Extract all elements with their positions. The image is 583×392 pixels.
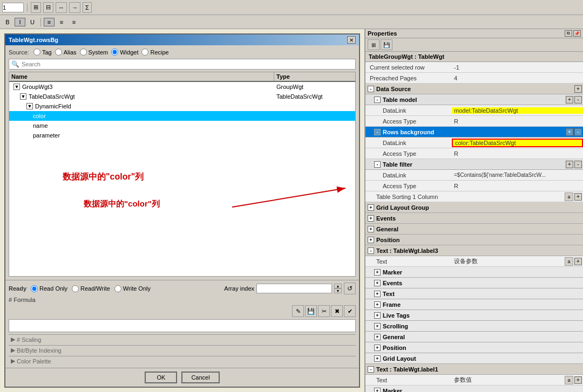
colorpalette-header[interactable]: ▶ Color Palette — [9, 356, 356, 366]
props-section-scrolling[interactable]: + Scrolling — [365, 321, 583, 332]
props-tool-1[interactable]: ⊞ — [368, 39, 379, 50]
expand-gridlayout2[interactable]: + — [374, 355, 381, 362]
bold-button[interactable]: B — [2, 18, 13, 26]
props-value-current-sel[interactable]: -1 — [452, 64, 583, 71]
expand-text-label1[interactable]: - — [368, 366, 374, 373]
tree-body[interactable]: ▼ GroupWgt3 GroupWgt ▼ TableDataSrcWgt T… — [9, 82, 356, 277]
props-remove-rowsbg[interactable]: - — [574, 128, 582, 136]
props-add-text-label1[interactable]: + — [574, 376, 582, 384]
align-left-button[interactable]: ≡ — [44, 18, 55, 26]
props-add-rowsbg[interactable]: + — [566, 128, 573, 136]
expand-events[interactable]: + — [368, 215, 374, 222]
search-box[interactable]: 🔍 — [9, 59, 356, 70]
props-add-tablefilter[interactable]: + — [566, 161, 573, 168]
tree-row-color[interactable]: color — [9, 111, 355, 121]
formula-cut-btn[interactable]: ✂ — [318, 305, 330, 317]
radio-readonly[interactable]: Read Only — [31, 285, 67, 292]
props-a-text-label3[interactable]: a — [565, 257, 573, 266]
expand-dynamicfield[interactable]: ▼ — [26, 103, 33, 109]
props-value-text-label3[interactable]: 设备参数 — [452, 257, 565, 265]
formula-check-btn[interactable]: ✔ — [344, 305, 356, 317]
props-subsection-tablefilter[interactable]: - Table filter + - — [365, 159, 583, 170]
props-section-general[interactable]: + General — [365, 224, 583, 235]
tree-row-name[interactable]: name — [9, 121, 355, 130]
refresh-button[interactable]: ↺ — [344, 283, 356, 294]
props-value-datalink-tm[interactable]: model:TableDataSrcWgt — [452, 107, 583, 114]
formula-clear-btn[interactable]: ✖ — [331, 305, 343, 317]
props-float-btn[interactable]: ⧉ — [565, 30, 572, 37]
radio-tag[interactable]: Tag — [33, 49, 52, 56]
props-section-text-label3[interactable]: - Text : TableWgt.label3 — [365, 245, 583, 256]
search-input[interactable] — [22, 61, 353, 67]
toolbar-btn-5[interactable]: Σ — [83, 2, 92, 13]
expand-tablemodel[interactable]: - — [374, 97, 381, 103]
props-section-gridlayout[interactable]: + Grid Layout Group — [365, 202, 583, 213]
expand-scrolling[interactable]: + — [374, 323, 381, 329]
props-a-sorting[interactable]: a — [565, 192, 573, 201]
props-section-general2[interactable]: + General — [365, 332, 583, 342]
props-value-text-label1[interactable]: 参数值 — [452, 376, 565, 384]
props-section-text-label1[interactable]: - Text : TableWgt.label1 — [365, 364, 583, 375]
expand-gridlayout[interactable]: + — [368, 204, 374, 211]
radio-recipe[interactable]: Recipe — [141, 49, 168, 56]
props-value-access-rb[interactable]: R — [452, 150, 583, 157]
props-a-text-label1[interactable]: a — [565, 376, 573, 384]
props-section-marker2[interactable]: + Marker — [365, 386, 583, 392]
props-section-marker[interactable]: + Marker — [365, 267, 583, 278]
formula-save-btn[interactable]: 💾 — [305, 305, 317, 317]
expand-general[interactable]: + — [368, 226, 374, 232]
cancel-button[interactable]: Cancel — [181, 372, 219, 383]
props-value-datalink-rb[interactable]: color:TableDataSrcWgt — [452, 139, 583, 147]
props-subsection-rowsbg[interactable]: - Rows background + - — [365, 127, 583, 137]
expand-frame[interactable]: + — [374, 301, 381, 308]
italic-button[interactable]: I — [15, 18, 25, 26]
tree-row-dynamicfield[interactable]: ▼ DynamicField — [9, 101, 355, 111]
expand-livetags[interactable]: + — [374, 312, 381, 319]
spinner-down[interactable]: ▼ — [334, 288, 342, 293]
props-section-events2[interactable]: + Events — [365, 278, 583, 288]
radio-writeonly[interactable]: Write Only — [114, 285, 151, 292]
expand-text2[interactable]: + — [374, 291, 381, 297]
props-pin-btn[interactable]: 📌 — [573, 30, 581, 37]
array-index-input[interactable]: 0 — [256, 284, 332, 293]
scaling-header[interactable]: ▶ # Scaling — [9, 335, 356, 344]
formula-edit-btn[interactable]: ✎ — [292, 305, 304, 317]
props-section-position2[interactable]: + Position — [365, 342, 583, 353]
props-section-events[interactable]: + Events — [365, 213, 583, 224]
props-section-text2[interactable]: + Text — [365, 288, 583, 299]
tree-row-tabledatasrc[interactable]: ▼ TableDataSrcWgt TableDataSrcWgt — [9, 92, 355, 101]
props-value-access-tm[interactable]: R — [452, 118, 583, 125]
props-section-frame[interactable]: + Frame — [365, 299, 583, 310]
zoom-input[interactable] — [2, 3, 24, 12]
formula-input[interactable] — [9, 319, 356, 332]
props-value-datalink-tf[interactable]: =$Contains(${'name:TableDataSrcW... — [452, 172, 583, 178]
props-remove-tablemodel[interactable]: - — [574, 96, 582, 104]
expand-position[interactable]: + — [368, 237, 374, 243]
radio-widget[interactable]: Widget — [111, 49, 138, 56]
toolbar-btn-3[interactable]: ↔ — [56, 2, 67, 13]
bitbyte-header[interactable]: ▶ Bit/Byte Indexing — [9, 346, 356, 355]
radio-readwrite[interactable]: Read/Write — [72, 285, 110, 292]
props-subsection-tablemodel[interactable]: - Table model + - — [365, 94, 583, 105]
props-add-datasource[interactable]: + — [574, 85, 582, 93]
props-add-text-label3[interactable]: + — [574, 258, 582, 265]
props-value-precached[interactable]: 4 — [452, 75, 583, 81]
toolbar-btn-2[interactable]: ⊟ — [43, 2, 53, 13]
props-section-position[interactable]: + Position — [365, 235, 583, 245]
expand-tablefilter[interactable]: - — [374, 161, 381, 168]
props-section-datasource[interactable]: - Data Source + — [365, 84, 583, 94]
props-section-gridlayout2[interactable]: + Grid Layout — [365, 353, 583, 364]
radio-alias[interactable]: Alias — [55, 49, 77, 56]
tree-row-groupwgt3[interactable]: ▼ GroupWgt3 GroupWgt — [9, 82, 355, 92]
expand-text-label3[interactable]: - — [368, 247, 374, 254]
underline-button[interactable]: U — [27, 18, 38, 26]
tree-row-parameter[interactable]: parameter — [9, 130, 355, 140]
toolbar-btn-1[interactable]: ⊞ — [31, 2, 41, 13]
spinner-up[interactable]: ▲ — [334, 284, 342, 288]
ok-button[interactable]: OK — [145, 372, 177, 383]
expand-general2[interactable]: + — [374, 334, 381, 340]
radio-system[interactable]: System — [80, 49, 109, 56]
expand-rowsbg[interactable]: - — [374, 129, 381, 135]
props-add-tablemodel[interactable]: + — [566, 96, 573, 104]
props-section-livetags[interactable]: + Live Tags — [365, 310, 583, 321]
